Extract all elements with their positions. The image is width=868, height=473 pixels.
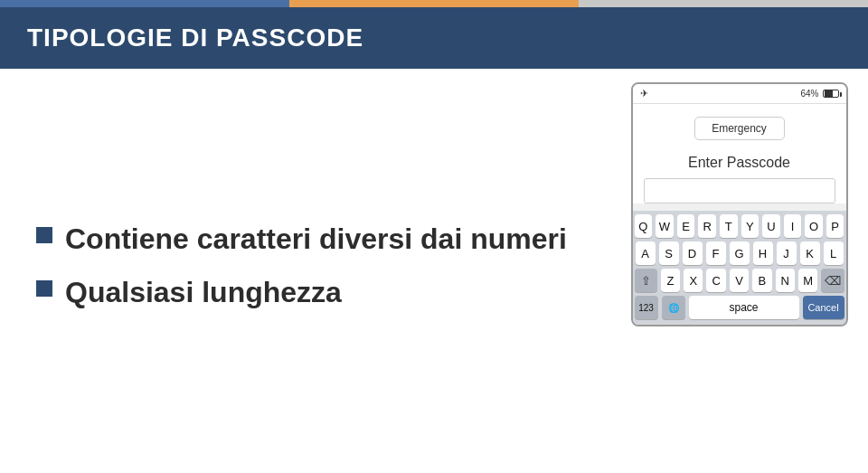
right-panel: ✈ 64% Emergency Enter Passcode Q W E	[615, 69, 868, 471]
key-k[interactable]: K	[800, 241, 820, 265]
phone-mockup: ✈ 64% Emergency Enter Passcode Q W E	[631, 82, 848, 326]
airplane-icon: ✈	[640, 88, 648, 99]
key-b[interactable]: B	[752, 269, 771, 292]
globe-key[interactable]: 🌐	[662, 296, 685, 319]
battery-icon	[823, 90, 839, 98]
key-g[interactable]: G	[730, 241, 750, 265]
key-z[interactable]: Z	[661, 269, 680, 292]
phone-screen: Emergency Enter Passcode	[633, 104, 846, 203]
bullet-text-1: Contiene caratteri diversi dai numeri	[65, 222, 567, 256]
key-x[interactable]: X	[684, 269, 703, 292]
key-v[interactable]: V	[730, 269, 749, 292]
key-e[interactable]: E	[677, 214, 695, 238]
page-title: TIPOLOGIE DI PASSCODE	[27, 24, 841, 52]
key-w[interactable]: W	[656, 214, 674, 238]
left-panel: Contiene caratteri diversi dai numeri Qu…	[0, 69, 615, 471]
keyboard: Q W E R T Y U I O P A S D F G	[633, 211, 846, 325]
shift-key[interactable]: ⇧	[635, 269, 657, 292]
key-o[interactable]: O	[805, 214, 823, 238]
key-h[interactable]: H	[753, 241, 773, 265]
bar-orange	[289, 0, 579, 7]
key-q[interactable]: Q	[635, 214, 653, 238]
cancel-key[interactable]: Cancel	[803, 296, 844, 319]
key-u[interactable]: U	[762, 214, 780, 238]
status-right: 64%	[800, 89, 838, 99]
keyboard-row-3: ⇧ Z X C V B N M ⌫	[635, 269, 844, 292]
key-r[interactable]: R	[698, 214, 716, 238]
delete-key[interactable]: ⌫	[821, 269, 844, 292]
bar-blue	[0, 0, 289, 7]
key-l[interactable]: L	[824, 241, 844, 265]
bullet-square-2	[36, 280, 52, 297]
key-m[interactable]: M	[798, 269, 817, 292]
phone-status-bar: ✈ 64%	[633, 84, 846, 104]
key-p[interactable]: P	[826, 214, 844, 238]
enter-passcode-label: Enter Passcode	[644, 155, 835, 171]
key-f[interactable]: F	[706, 241, 726, 265]
top-color-bars	[0, 0, 868, 7]
space-key[interactable]: space	[689, 296, 799, 319]
key-s[interactable]: S	[659, 241, 679, 265]
passcode-input[interactable]	[644, 178, 835, 203]
key-a[interactable]: A	[636, 241, 656, 265]
keyboard-row-2: A S D F G H J K L	[635, 241, 844, 265]
bullet-square-1	[36, 227, 52, 243]
header: TIPOLOGIE DI PASSCODE	[0, 7, 868, 69]
key-t[interactable]: T	[720, 214, 738, 238]
bar-gray	[579, 0, 868, 7]
main-content: Contiene caratteri diversi dai numeri Qu…	[0, 69, 868, 471]
bullet-text-2: Qualsiasi lunghezza	[65, 275, 342, 309]
key-d[interactable]: D	[683, 241, 703, 265]
keyboard-bottom-row: 123 🌐 space Cancel	[635, 296, 844, 319]
keyboard-row-1: Q W E R T Y U I O P	[635, 214, 844, 238]
num-key[interactable]: 123	[635, 296, 658, 319]
key-c[interactable]: C	[706, 269, 725, 292]
key-i[interactable]: I	[784, 214, 802, 238]
bullet-item-1: Contiene caratteri diversi dai numeri	[36, 222, 579, 256]
emergency-button[interactable]: Emergency	[694, 117, 785, 140]
key-n[interactable]: N	[776, 269, 795, 292]
bullet-item-2: Qualsiasi lunghezza	[36, 275, 579, 309]
key-j[interactable]: J	[777, 241, 797, 265]
key-y[interactable]: Y	[741, 214, 760, 238]
battery-percent: 64%	[800, 89, 818, 99]
